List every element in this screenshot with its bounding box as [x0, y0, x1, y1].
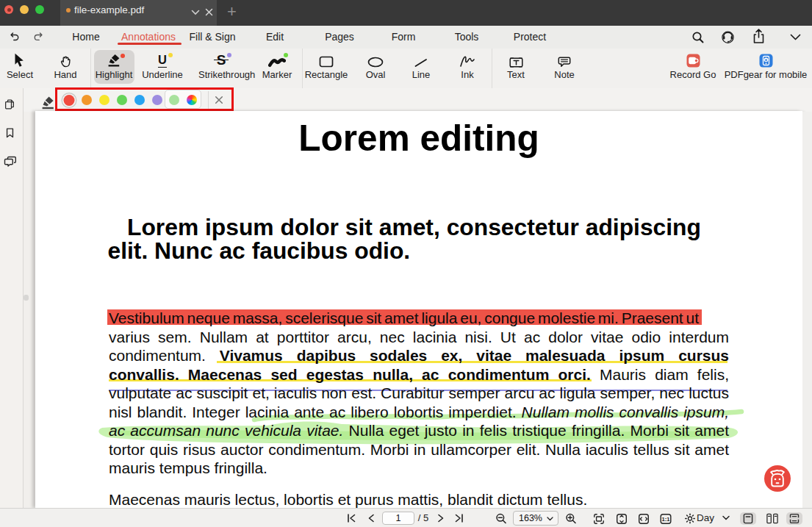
svg-text:1:1: 1:1: [662, 516, 670, 523]
